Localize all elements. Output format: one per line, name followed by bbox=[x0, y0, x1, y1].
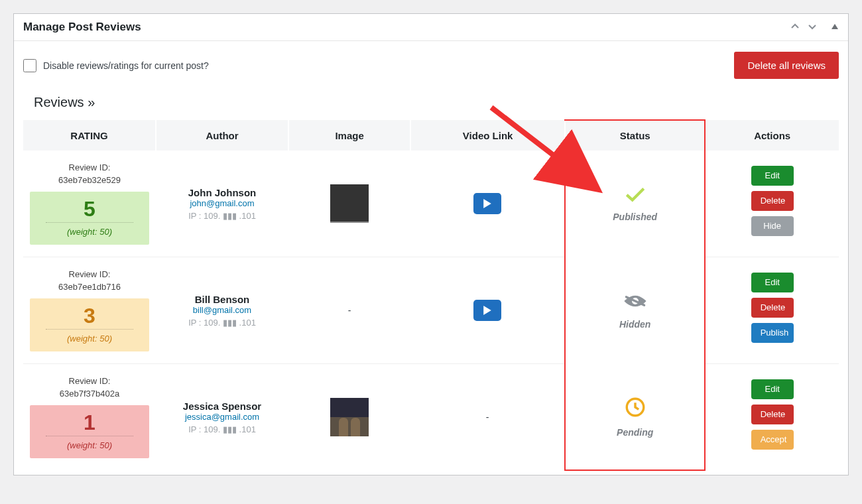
video-cell bbox=[410, 151, 565, 257]
rating-box: 5 (weight: 50) bbox=[30, 192, 149, 245]
chevron-up-icon[interactable] bbox=[790, 21, 800, 34]
delete-all-reviews-button[interactable]: Delete all reviews bbox=[734, 52, 839, 79]
disable-reviews-checkbox-row[interactable]: Disable reviews/ratings for current post… bbox=[23, 59, 209, 72]
author-name: John Johnson bbox=[161, 187, 283, 198]
review-id-label: Review ID: bbox=[29, 376, 151, 386]
rating-box: 3 (weight: 50) bbox=[30, 298, 149, 351]
rating-box: 1 (weight: 50) bbox=[30, 405, 149, 458]
status-cell: Pending bbox=[565, 364, 705, 471]
review-id-value: 63eb7ee1db716 bbox=[29, 282, 151, 292]
col-status: Status bbox=[565, 120, 705, 151]
video-play-button[interactable] bbox=[473, 300, 501, 321]
table-row: Review ID: 63eb7eb32e529 5 (weight: 50) … bbox=[23, 151, 839, 257]
status-icon bbox=[624, 186, 646, 205]
reviews-table: RATING Author Image Video Link Status Ac… bbox=[23, 119, 839, 471]
publish-button[interactable]: Publish bbox=[751, 323, 794, 343]
rating-weight: (weight: 50) bbox=[30, 440, 149, 450]
status-label: Pending bbox=[617, 427, 653, 438]
status-icon bbox=[624, 396, 646, 420]
delete-button[interactable]: Delete bbox=[751, 191, 794, 211]
panel-header: Manage Post Reviews bbox=[14, 14, 848, 41]
author-name: Bill Benson bbox=[161, 294, 283, 305]
author-email[interactable]: jessica@gmail.com bbox=[161, 412, 283, 422]
reviews-panel: Manage Post Reviews Disable reviews/rati… bbox=[13, 13, 849, 475]
review-id-value: 63eb7f37b402a bbox=[29, 389, 151, 399]
panel-body: Disable reviews/ratings for current post… bbox=[14, 41, 848, 475]
reviews-heading: Reviews » bbox=[34, 95, 839, 110]
col-image: Image bbox=[288, 120, 410, 151]
delete-button[interactable]: Delete bbox=[751, 405, 794, 424]
disable-reviews-checkbox[interactable] bbox=[23, 59, 36, 72]
rating-weight: (weight: 50) bbox=[30, 334, 149, 344]
edit-button[interactable]: Edit bbox=[751, 166, 794, 186]
status-cell: Hidden bbox=[565, 257, 705, 364]
status-label: Hidden bbox=[619, 319, 650, 330]
status-cell: Published bbox=[565, 151, 705, 257]
author-name: Jessica Spensor bbox=[161, 401, 283, 412]
author-ip: IP : 109. ▮▮▮ .101 bbox=[161, 424, 283, 434]
image-cell bbox=[288, 151, 410, 257]
author-email[interactable]: bill@gmail.com bbox=[161, 305, 283, 315]
rating-score: 1 bbox=[30, 412, 149, 433]
delete-button[interactable]: Delete bbox=[751, 298, 794, 318]
table-row: Review ID: 63eb7ee1db716 3 (weight: 50) … bbox=[23, 257, 839, 364]
video-play-button[interactable] bbox=[473, 193, 501, 214]
image-cell bbox=[288, 364, 410, 471]
video-cell bbox=[410, 257, 565, 364]
chevron-down-icon[interactable] bbox=[807, 21, 818, 34]
col-rating: RATING bbox=[23, 120, 156, 151]
edit-button[interactable]: Edit bbox=[751, 379, 794, 399]
video-cell: - bbox=[410, 364, 565, 471]
edit-button[interactable]: Edit bbox=[751, 273, 794, 292]
review-image-thumb[interactable] bbox=[330, 398, 369, 436]
author-ip: IP : 109. ▮▮▮ .101 bbox=[161, 318, 283, 328]
author-ip: IP : 109. ▮▮▮ .101 bbox=[161, 211, 283, 221]
rating-score: 3 bbox=[30, 305, 149, 326]
review-id-label: Review ID: bbox=[29, 269, 151, 279]
rating-score: 5 bbox=[30, 198, 149, 220]
hide-button[interactable]: Hide bbox=[751, 216, 794, 236]
disable-reviews-label: Disable reviews/ratings for current post… bbox=[43, 60, 209, 71]
triangle-up-icon[interactable] bbox=[831, 22, 839, 32]
author-email[interactable]: john@gmail.com bbox=[161, 198, 283, 208]
review-id-label: Review ID: bbox=[29, 162, 151, 172]
review-id-value: 63eb7eb32e529 bbox=[29, 175, 151, 185]
table-row: Review ID: 63eb7f37b402a 1 (weight: 50) … bbox=[23, 364, 839, 471]
status-icon bbox=[622, 292, 648, 312]
accept-button[interactable]: Accept bbox=[751, 430, 794, 450]
col-video: Video Link bbox=[410, 120, 565, 151]
rating-weight: (weight: 50) bbox=[30, 227, 149, 237]
image-cell: - bbox=[288, 257, 410, 364]
status-label: Published bbox=[613, 212, 657, 222]
col-author: Author bbox=[156, 120, 288, 151]
col-actions: Actions bbox=[705, 120, 839, 151]
review-image-thumb[interactable] bbox=[330, 184, 369, 223]
panel-title: Manage Post Reviews bbox=[23, 21, 141, 34]
